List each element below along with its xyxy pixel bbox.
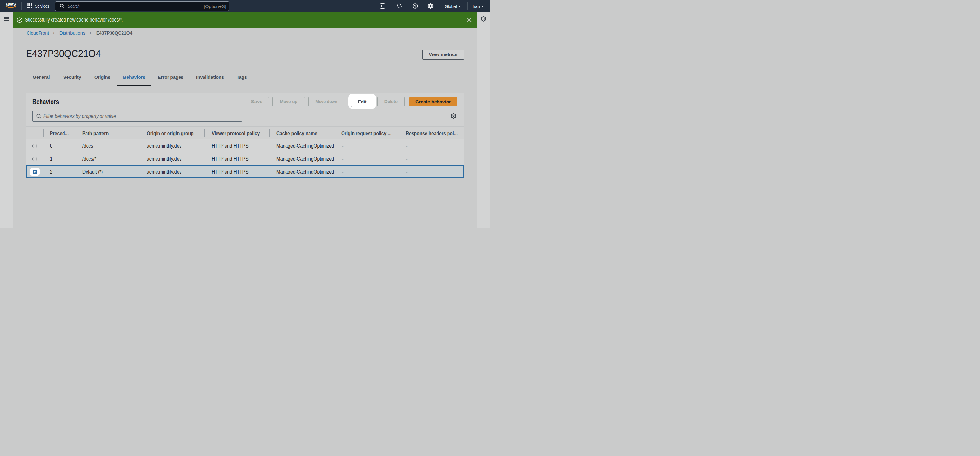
svg-text:aws: aws (6, 2, 16, 6)
